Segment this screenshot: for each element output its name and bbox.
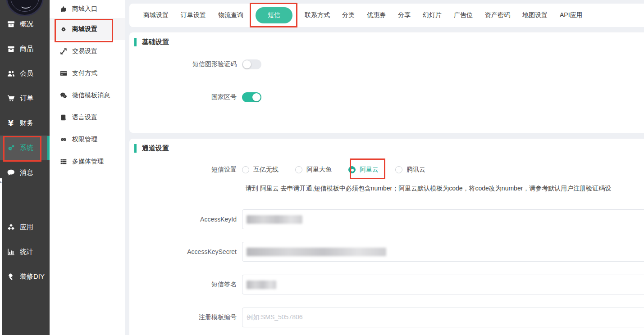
sidebar-item-goods[interactable]: 商品 <box>0 36 50 61</box>
finance-icon: ¥ <box>6 119 15 128</box>
sidebar-item-label: 概况 <box>20 20 33 28</box>
tab-category[interactable]: 分类 <box>342 11 355 19</box>
sidebar-item-system[interactable]: 系统 <box>0 136 50 160</box>
radio-ali-dayu[interactable]: 阿里大鱼 <box>295 166 332 174</box>
accesskeysecret-row: AccessKeySecret <box>129 242 644 262</box>
sidebar-item-label: 会员 <box>20 69 33 78</box>
masked-value <box>247 281 276 289</box>
sms-captcha-row: 短信图形验证码 <box>129 54 644 74</box>
submenu-item-language-settings[interactable]: 语言设置 <box>50 106 125 128</box>
sidebar-item-apps[interactable]: 应用 <box>0 215 50 240</box>
radio-tencent-cloud[interactable]: 腾讯云 <box>395 166 425 174</box>
submenu-item-payment-methods[interactable]: 支付方式 <box>50 62 125 84</box>
submenu-item-label: 商城设置 <box>72 25 97 33</box>
sidebar-item-members[interactable]: 会员 <box>0 61 50 86</box>
section-accent-bar <box>134 144 137 153</box>
sidebar-item-overview[interactable]: 概况 <box>0 12 50 36</box>
tab-contact[interactable]: 联系方式 <box>305 11 330 19</box>
radio-label: 互亿无线 <box>253 166 279 174</box>
submenu-item-label: 多媒体管理 <box>72 158 104 166</box>
input-placeholder: 例如:SMS_5057806 <box>247 313 303 321</box>
register-template-row: 注册模板编号 例如:SMS_5057806 <box>129 308 644 327</box>
radio-label: 阿里云 <box>360 166 379 174</box>
radio-aliyun[interactable]: 阿里云 <box>348 166 379 174</box>
tab-ad-slot[interactable]: 广告位 <box>454 11 473 19</box>
tab-api-app[interactable]: API应用 <box>560 11 583 19</box>
radio-circle-icon <box>348 166 356 173</box>
submenu-item-label: 微信模板消息 <box>72 91 110 100</box>
basic-settings-header: 基础设置 <box>134 38 169 46</box>
thumb-up-icon <box>59 5 67 13</box>
accesskeyid-row: AccessKeyId <box>129 209 644 229</box>
sidebar-item-label: 应用 <box>20 223 33 231</box>
sidebar-item-stats[interactable]: 统计 <box>0 240 50 264</box>
section-title: 通道设置 <box>142 144 169 153</box>
sms-provider-label: 短信设置 <box>129 160 237 180</box>
radio-label: 腾讯云 <box>406 166 425 174</box>
section-accent-bar <box>134 38 137 46</box>
submenu-item-shop-settings[interactable]: 商城设置 <box>50 18 125 40</box>
tab-map-settings[interactable]: 地图设置 <box>522 11 548 19</box>
sidebar-item-label: 系统 <box>20 144 33 152</box>
sidebar-item-label: 订单 <box>20 94 33 103</box>
accesskeyid-input[interactable] <box>242 209 644 229</box>
messages-icon <box>6 168 15 177</box>
media-list-icon <box>59 158 67 165</box>
main-content: 商城设置 订单设置 物流查询 短信 联系方式 分类 优惠券 分享 幻灯片 广告位… <box>129 0 644 335</box>
radio-circle-icon <box>395 166 402 173</box>
channel-settings-card: 通道设置 短信设置 互亿无线 阿里大鱼 阿里云 腾讯云 请到 阿里云 去申请开通… <box>129 139 644 335</box>
sms-provider-radio-group: 互亿无线 阿里大鱼 阿里云 腾讯云 <box>242 166 425 174</box>
language-icon <box>59 113 67 121</box>
submenu-item-mall-entrance[interactable]: 商城入口 <box>50 0 125 18</box>
submenu-item-permission[interactable]: 权限管理 <box>50 128 125 150</box>
tab-coupon[interactable]: 优惠券 <box>367 11 386 19</box>
diy-icon <box>6 272 15 281</box>
accesskeysecret-label: AccessKeySecret <box>129 242 237 262</box>
tab-slides[interactable]: 幻灯片 <box>423 11 442 19</box>
sms-captcha-toggle[interactable] <box>242 59 261 69</box>
sidebar-item-label: 商品 <box>20 45 33 53</box>
tab-asset-password[interactable]: 资产密码 <box>485 11 510 19</box>
wechat-icon <box>59 91 67 99</box>
accesskeyid-label: AccessKeyId <box>129 209 237 229</box>
sms-captcha-label: 短信图形验证码 <box>129 54 237 74</box>
primary-sidebar: 概况 商品 会员 订单 ¥ 财务 <box>0 0 50 335</box>
submenu-item-label: 交易设置 <box>72 47 97 55</box>
register-template-input[interactable]: 例如:SMS_5057806 <box>242 308 644 327</box>
members-icon <box>6 69 15 78</box>
section-title: 基础设置 <box>142 38 169 46</box>
sidebar-item-label: 装修DIY <box>20 272 45 281</box>
tab-shop-settings[interactable]: 商城设置 <box>143 11 169 19</box>
tab-sms[interactable]: 短信 <box>256 7 292 23</box>
tab-logistics-query[interactable]: 物流查询 <box>218 11 243 19</box>
submenu-item-trade-settings[interactable]: 交易设置 <box>50 40 125 62</box>
sms-signature-input[interactable] <box>242 275 644 294</box>
basic-settings-card: 基础设置 短信图形验证码 国家区号 <box>129 32 644 133</box>
orders-icon <box>6 94 15 103</box>
sms-signature-label: 短信签名 <box>129 275 237 294</box>
submenu-item-media[interactable]: 多媒体管理 <box>50 150 125 172</box>
radio-circle-icon <box>295 166 302 173</box>
accesskeysecret-input[interactable] <box>242 242 644 262</box>
radio-label: 阿里大鱼 <box>306 166 332 174</box>
trade-arrows-icon <box>59 47 67 55</box>
sidebar-item-diy[interactable]: 装修DIY <box>0 264 50 289</box>
tab-share[interactable]: 分享 <box>398 11 411 19</box>
register-template-label: 注册模板编号 <box>129 308 237 327</box>
overview-icon <box>6 20 15 29</box>
sidebar-item-orders[interactable]: 订单 <box>0 86 50 111</box>
radio-circle-icon <box>242 166 249 173</box>
sms-signature-row: 短信签名 <box>129 275 644 294</box>
tab-order-settings[interactable]: 订单设置 <box>181 11 206 19</box>
radio-huyi-wireless[interactable]: 互亿无线 <box>242 166 279 174</box>
sidebar-item-messages[interactable]: 消息 <box>0 160 50 185</box>
country-code-toggle[interactable] <box>242 92 261 102</box>
toggle-knob <box>243 60 251 68</box>
sidebar-item-finance[interactable]: ¥ 财务 <box>0 111 50 136</box>
masked-value <box>247 215 302 224</box>
submenu-item-wechat-template[interactable]: 微信模板消息 <box>50 84 125 106</box>
sidebar-item-label: 消息 <box>20 168 33 177</box>
collapse-handle[interactable]: ▸ <box>0 178 2 335</box>
submenu-item-label: 权限管理 <box>72 136 97 144</box>
settings-tab-bar: 商城设置 订单设置 物流查询 短信 联系方式 分类 优惠券 分享 幻灯片 广告位… <box>129 4 644 27</box>
